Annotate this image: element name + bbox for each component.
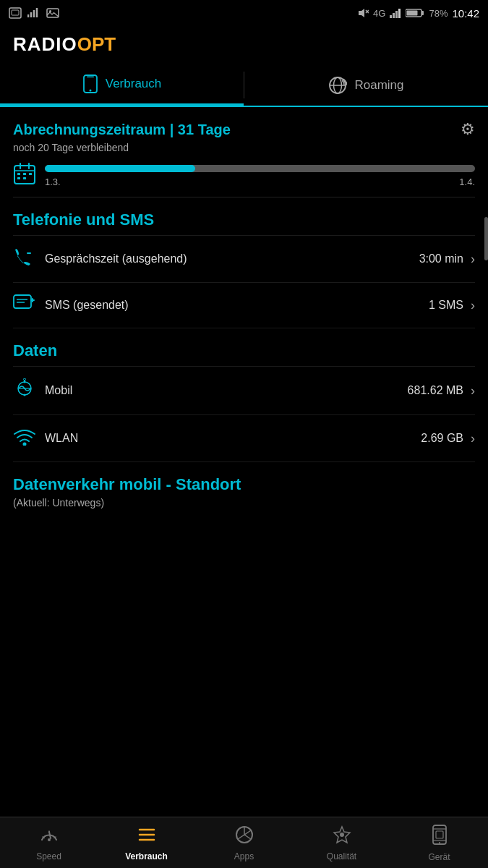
svg-rect-31 [17,177,20,179]
wlan-item[interactable]: WLAN 2.69 GB › [13,414,475,462]
verbrauch-nav-icon [137,825,156,848]
battery-percent: 78% [429,8,448,19]
time-display: 10:42 [452,7,479,20]
daten-section-header: Daten [13,328,475,366]
svg-rect-1 [12,10,19,15]
billing-bar-fill [45,165,195,172]
datenverkehr-subtitle: (Aktuell: Unterwegs) [13,497,475,509]
wifi-icon [13,427,45,450]
svg-rect-53 [433,825,446,844]
svg-rect-17 [407,11,418,16]
wlan-value: 2.69 GB [421,432,463,445]
svg-rect-29 [23,173,26,175]
billing-section: Abrechnungszeitraum | 31 Tage ⚙ noch 20 … [13,107,475,197]
nav-verbrauch-label: Verbrauch [125,851,168,861]
billing-subtitle: noch 20 Tage verbleibend [13,142,475,153]
svg-point-57 [439,842,440,843]
billing-bar [45,165,475,172]
nav-speed-label: Speed [36,851,61,861]
status-right-info: 4G 78% 10:42 [357,7,479,20]
mobile-data-icon [13,378,45,403]
svg-rect-13 [395,11,398,18]
battery-icon [406,8,424,18]
nav-gerat-label: Gerät [428,852,450,862]
mobil-item[interactable]: Mobil 681.62 MB › [13,366,475,414]
phone-icon [13,247,45,271]
call-label: Gesprächszeit (ausgehend) [45,252,419,265]
verbrauch-tab-icon [82,75,98,93]
mobil-label: Mobil [45,384,408,397]
svg-point-42 [23,443,27,446]
daten-section: Daten Mobil 681.62 MB [13,328,475,462]
mobil-chevron: › [471,383,475,399]
svg-point-52 [340,833,344,837]
svg-rect-28 [17,173,20,175]
status-left-icons [9,7,59,19]
svg-rect-30 [29,173,32,175]
network-type: 4G [373,8,385,19]
svg-point-39 [24,394,26,396]
nav-apps-label: Apps [234,851,254,861]
gerat-nav-icon [432,825,448,849]
svg-point-7 [49,10,51,12]
wlan-label: WLAN [45,432,421,445]
billing-title-row: Abrechnungszeitraum | 31 Tage ⚙ [13,120,475,139]
main-tabs: Verbrauch Roaming [0,64,488,107]
logo-radio-text: RADIO [13,33,77,56]
svg-point-20 [89,90,91,92]
apps-nav-icon [235,825,254,848]
telefonie-section-header: Telefonie und SMS [13,197,475,235]
tab-roaming-label: Roaming [354,78,403,93]
datenverkehr-title: Datenverkehr mobil - Standort [13,475,475,494]
tab-verbrauch[interactable]: Verbrauch [0,64,244,106]
billing-start-date: 1.3. [45,176,61,187]
wlan-chevron: › [471,431,475,446]
billing-bar-row: 1.3. 1.4. [13,162,475,190]
sms-label: SMS (gesendet) [45,299,429,312]
app-logo: RADIO OPT [13,33,475,56]
speed-nav-icon [40,825,59,848]
call-item[interactable]: Gesprächszeit (ausgehend) 3:00 min › [13,235,475,282]
nav-item-gerat[interactable]: Gerät [390,817,488,868]
sms-item[interactable]: SMS (gesendet) 1 SMS › [13,282,475,328]
settings-icon[interactable]: ⚙ [461,120,475,139]
svg-rect-16 [421,11,424,15]
scroll-indicator [484,217,488,260]
call-chevron: › [471,252,475,267]
mobil-value: 681.62 MB [408,384,463,397]
datenverkehr-section: Datenverkehr mobil - Standort (Aktuell: … [13,462,475,514]
billing-progress-container: 1.3. 1.4. [45,165,475,187]
signal-icon [27,7,40,19]
svg-rect-11 [390,15,392,18]
sim-icon [9,7,22,19]
nav-item-qualitat[interactable]: Qualität [293,817,390,868]
svg-rect-0 [9,8,21,18]
svg-rect-33 [14,295,31,308]
svg-marker-8 [359,9,364,17]
telefonie-section: Telefonie und SMS Gesprächszeit (ausgehe… [13,197,475,328]
billing-end-date: 1.4. [459,176,475,187]
qualitat-nav-icon [333,825,351,848]
mute-icon [357,8,369,18]
svg-rect-19 [87,77,94,78]
svg-rect-12 [393,13,395,18]
logo-opt-text: OPT [77,33,116,56]
main-content: Abrechnungszeitraum | 31 Tage ⚙ noch 20 … [0,107,488,601]
nav-item-verbrauch[interactable]: Verbrauch [98,817,195,868]
image-icon [46,8,59,18]
nav-item-speed[interactable]: Speed [0,817,98,868]
sms-value: 1 SMS [429,299,463,312]
svg-point-43 [48,838,51,841]
billing-title-text: Abrechnungszeitraum | 31 Tage [13,122,231,138]
sms-icon [13,294,45,316]
svg-rect-32 [23,177,26,179]
nav-item-apps[interactable]: Apps [195,817,293,868]
svg-point-41 [24,378,26,380]
tab-verbrauch-label: Verbrauch [106,77,162,91]
call-value: 3:00 min [419,252,463,265]
bottom-navigation: Speed Verbrauch Apps [0,817,488,868]
roaming-tab-icon [328,76,347,95]
tab-roaming[interactable]: Roaming [244,64,488,106]
sms-chevron: › [471,298,475,313]
svg-rect-56 [436,831,443,838]
